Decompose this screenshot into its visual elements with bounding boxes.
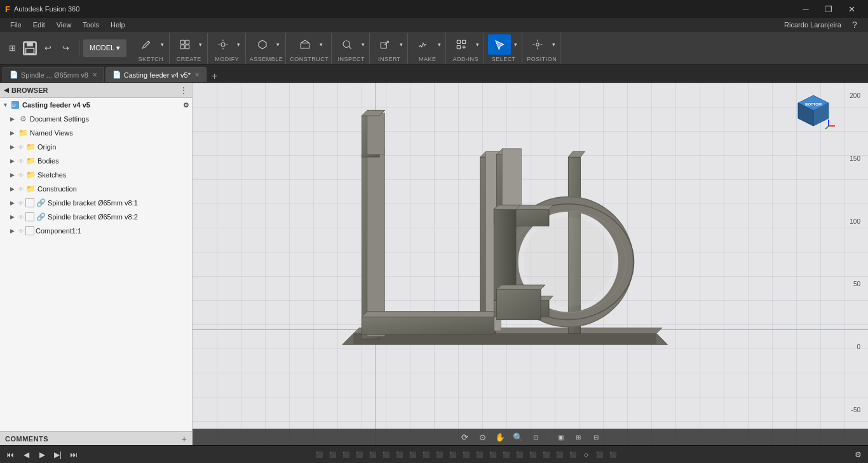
spindle2-eye-icon[interactable]: 👁 <box>18 214 24 221</box>
tab-casting-close[interactable]: ✕ <box>194 71 200 78</box>
viewport[interactable]: 200 150 100 50 0 -50 BOTTOM ⟳ <box>193 83 868 445</box>
timeline-item-2[interactable]: ⬛ <box>326 447 339 462</box>
menu-edit[interactable]: Edit <box>28 20 50 30</box>
tree-sketches[interactable]: ▶ 👁 📁 Sketches <box>0 168 192 182</box>
timeline-item-6[interactable]: ⬛ <box>379 447 392 462</box>
timeline-item-22[interactable]: ⬛ <box>593 447 606 462</box>
assemble-button[interactable] <box>251 34 274 55</box>
make-button[interactable] <box>412 34 435 55</box>
pb-next-frame[interactable]: ▶| <box>50 447 65 462</box>
assemble-dropdown[interactable]: ▾ <box>275 34 282 55</box>
timeline-item-13[interactable]: ⬛ <box>473 447 485 462</box>
timeline-item-16[interactable]: ⬛ <box>513 447 526 462</box>
timeline-item-1[interactable]: ⬛ <box>313 447 325 462</box>
minimize-button[interactable]: ─ <box>794 0 817 18</box>
timeline-item-9[interactable]: ⬛ <box>419 447 432 462</box>
timeline-item-12[interactable]: ⬛ <box>459 447 472 462</box>
timeline-item-15[interactable]: ⬛ <box>499 447 512 462</box>
vp-orbit-button[interactable]: ⟳ <box>456 431 473 443</box>
spindle2-expand[interactable]: ▶ <box>10 214 18 220</box>
browser-collapse-icon[interactable]: ◀ <box>4 86 9 93</box>
vp-look-button[interactable]: ⊙ <box>474 431 491 443</box>
pb-play[interactable]: ▶ <box>34 447 50 462</box>
sketch-button[interactable] <box>135 34 158 55</box>
timeline-item-11[interactable]: ⬛ <box>446 447 459 462</box>
timeline-item-20[interactable]: ⬛ <box>566 447 579 462</box>
origin-expand[interactable]: ▶ <box>10 144 18 150</box>
component1-eye-icon[interactable]: 👁 <box>18 228 24 235</box>
menu-tools[interactable]: Tools <box>78 20 104 30</box>
spindle1-eye-icon[interactable]: 👁 <box>18 200 24 207</box>
timeline-item-8[interactable]: ⬛ <box>406 447 419 462</box>
addins-button[interactable] <box>450 34 473 55</box>
menu-file[interactable]: File <box>5 20 27 30</box>
vp-display-button[interactable]: ▣ <box>552 431 569 443</box>
tab-spindle[interactable]: 📄 Spindle ... Ø65mm v8 ✕ <box>3 67 104 82</box>
insert-button[interactable] <box>374 34 397 55</box>
save-button[interactable] <box>22 40 38 57</box>
new-tab-button[interactable]: + <box>208 71 221 82</box>
tab-spindle-close[interactable]: ✕ <box>92 71 97 78</box>
pb-skip-start[interactable]: ⏮ <box>3 447 18 462</box>
timeline-item-19[interactable]: ⬛ <box>553 447 566 462</box>
tree-spindle-1[interactable]: ▶ 👁 🔗 Spindle bracket Ø65mm v8:1 <box>0 196 192 210</box>
inspect-dropdown[interactable]: ▾ <box>359 34 367 55</box>
position-button[interactable] <box>526 34 549 55</box>
timeline-item-7[interactable]: ⬛ <box>393 447 405 462</box>
origin-eye-icon[interactable]: 👁 <box>18 144 24 151</box>
sketch-dropdown[interactable]: ▾ <box>159 34 166 55</box>
addins-dropdown[interactable]: ▾ <box>473 34 481 55</box>
insert-dropdown[interactable]: ▾ <box>397 34 405 55</box>
vp-more-display-button[interactable]: ⊟ <box>588 431 604 443</box>
named-views-expand[interactable]: ▶ <box>10 130 18 136</box>
menu-view[interactable]: View <box>51 20 77 30</box>
timeline-settings-button[interactable]: ⚙ <box>850 447 865 462</box>
root-options-icon[interactable]: ⚙ <box>183 101 189 109</box>
redo-button[interactable]: ↪ <box>57 40 74 57</box>
vp-grid-button[interactable]: ⊞ <box>570 431 587 443</box>
make-dropdown[interactable]: ▾ <box>435 34 443 55</box>
undo-button[interactable]: ↩ <box>39 40 56 57</box>
grid-toggle-button[interactable]: ⊞ <box>4 40 20 57</box>
construction-expand[interactable]: ▶ <box>10 186 18 192</box>
select-button[interactable] <box>488 34 511 55</box>
timeline-item-10[interactable]: ⬛ <box>433 447 445 462</box>
timeline-item-3[interactable]: ⬛ <box>339 447 352 462</box>
restore-button[interactable]: ❐ <box>817 0 840 18</box>
component1-expand[interactable]: ▶ <box>10 228 18 234</box>
tab-casting[interactable]: 📄 Casting feeder v4 v5* ✕ <box>105 67 207 82</box>
bodies-expand[interactable]: ▶ <box>10 158 18 164</box>
timeline-item-4[interactable]: ⬛ <box>353 447 365 462</box>
tree-construction[interactable]: ▶ 👁 📁 Construction <box>0 182 192 196</box>
root-expand-icon[interactable]: ▼ <box>3 102 10 108</box>
close-button[interactable]: ✕ <box>840 0 863 18</box>
construction-eye-icon[interactable]: 👁 <box>18 186 24 193</box>
spindle1-expand[interactable]: ▶ <box>10 200 18 206</box>
tree-named-views[interactable]: ▶ 📁 Named Views <box>0 126 192 140</box>
inspect-button[interactable] <box>336 34 358 55</box>
tree-spindle-2[interactable]: ▶ 👁 🔗 Spindle bracket Ø65mm v8:2 <box>0 210 192 224</box>
browser-options-button[interactable]: ⋮ <box>179 85 188 95</box>
bodies-eye-icon[interactable]: 👁 <box>18 158 24 165</box>
sketches-expand[interactable]: ▶ <box>10 172 18 178</box>
construct-dropdown[interactable]: ▾ <box>317 34 325 55</box>
tree-root[interactable]: ▼ D Casting feeder v4 v5 ⚙ <box>0 98 192 112</box>
menu-help[interactable]: Help <box>105 20 130 30</box>
timeline-item-23[interactable]: ⬛ <box>606 447 619 462</box>
doc-settings-expand[interactable]: ▶ <box>10 116 18 122</box>
comments-expand-button[interactable]: + <box>182 434 187 444</box>
tree-bodies[interactable]: ▶ 👁 📁 Bodies <box>0 154 192 168</box>
vp-zoom-fit-button[interactable]: ⊡ <box>527 431 544 443</box>
construct-button[interactable] <box>294 34 316 55</box>
timeline-item-5[interactable]: ⬛ <box>366 447 379 462</box>
position-dropdown[interactable]: ▾ <box>550 34 557 55</box>
tree-origin[interactable]: ▶ 👁 📁 Origin <box>0 140 192 154</box>
select-dropdown[interactable]: ▾ <box>512 34 519 55</box>
timeline-item-18[interactable]: ⬛ <box>539 447 552 462</box>
sketches-eye-icon[interactable]: 👁 <box>18 172 24 179</box>
pb-prev-frame[interactable]: ◀ <box>18 447 34 462</box>
timeline-item-21[interactable]: ◇ <box>580 447 592 462</box>
model-mode-button[interactable]: MODEL ▾ <box>83 39 126 57</box>
vp-pan-button[interactable]: ✋ <box>492 431 508 443</box>
create-dropdown[interactable]: ▾ <box>197 34 205 55</box>
